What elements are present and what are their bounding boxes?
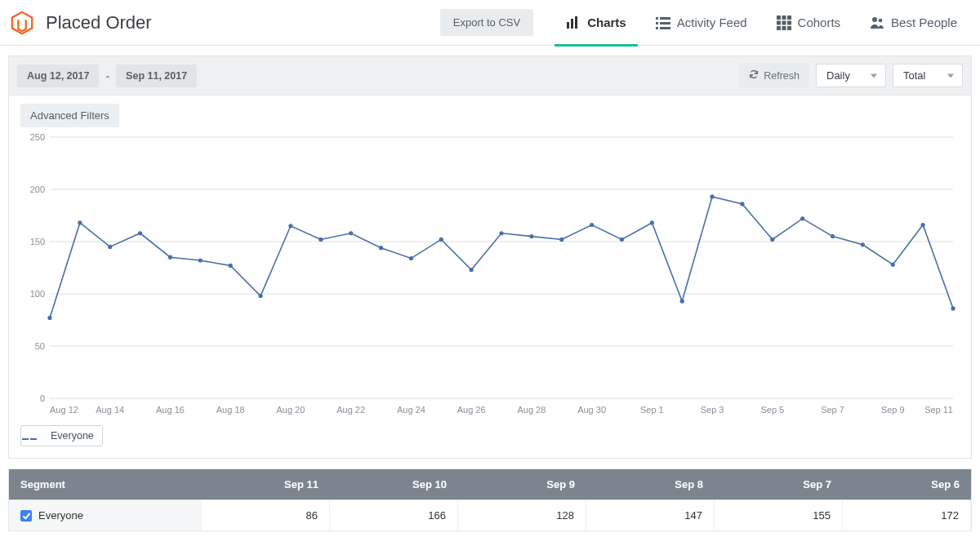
svg-point-52 (138, 231, 142, 235)
svg-text:Aug 20: Aug 20 (276, 405, 305, 415)
svg-rect-5 (660, 17, 670, 20)
export-csv-button[interactable]: Export to CSV (440, 9, 533, 36)
svg-point-57 (288, 224, 292, 228)
svg-text:Sep 9: Sep 9 (881, 405, 905, 415)
tab-label: Activity Feed (677, 16, 747, 29)
svg-rect-15 (787, 20, 791, 24)
svg-point-69 (650, 220, 654, 224)
svg-text:Aug 12: Aug 12 (50, 405, 78, 415)
svg-point-60 (379, 246, 383, 250)
svg-point-53 (168, 255, 172, 260)
refresh-icon (749, 69, 759, 82)
table-row-label[interactable]: Everyone (9, 500, 202, 531)
tab-label: Cohorts (798, 16, 841, 29)
svg-text:Aug 14: Aug 14 (96, 405, 124, 415)
tab-cohorts[interactable]: Cohorts (773, 0, 844, 46)
svg-point-54 (198, 258, 203, 262)
svg-point-76 (861, 242, 865, 246)
segment-checkbox[interactable] (20, 510, 32, 522)
svg-text:Aug 30: Aug 30 (577, 405, 606, 415)
tab-label: Charts (587, 16, 626, 29)
refresh-label: Refresh (764, 70, 800, 82)
svg-rect-11 (782, 16, 786, 20)
metric-select[interactable]: Total (893, 64, 963, 87)
svg-text:Aug 28: Aug 28 (517, 405, 546, 415)
svg-point-63 (470, 268, 474, 272)
svg-point-72 (740, 202, 744, 206)
users-icon (870, 16, 884, 30)
svg-point-79 (951, 306, 955, 310)
svg-text:250: 250 (30, 132, 45, 142)
page-title: Placed Order (46, 12, 152, 33)
svg-rect-13 (777, 20, 781, 24)
table-col-header: Sep 9 (458, 469, 586, 500)
grid-icon (777, 16, 791, 30)
svg-rect-8 (656, 27, 658, 29)
svg-rect-6 (656, 22, 658, 24)
svg-text:Aug 18: Aug 18 (216, 405, 245, 415)
svg-point-20 (879, 18, 883, 22)
svg-point-66 (559, 238, 564, 242)
svg-point-62 (439, 238, 443, 242)
legend-item-everyone[interactable]: Everyone (20, 425, 103, 446)
date-end-picker[interactable]: Sep 11, 2017 (116, 64, 197, 87)
table-col-header: Sep 6 (843, 469, 971, 500)
tab-activity-feed[interactable]: Activity Feed (653, 0, 751, 46)
date-start-picker[interactable]: Aug 12, 2017 (17, 64, 99, 87)
svg-point-59 (349, 231, 353, 235)
svg-text:Sep 11: Sep 11 (924, 405, 953, 415)
svg-point-49 (47, 316, 51, 320)
refresh-button[interactable]: Refresh (739, 64, 809, 87)
svg-rect-4 (656, 17, 658, 20)
tab-charts[interactable]: Charts (563, 0, 630, 46)
svg-text:Sep 5: Sep 5 (760, 405, 784, 415)
table-cell: 86 (202, 500, 330, 531)
svg-point-75 (831, 234, 835, 238)
svg-text:Aug 26: Aug 26 (457, 405, 486, 415)
svg-point-58 (318, 238, 323, 242)
svg-rect-10 (777, 16, 781, 20)
svg-rect-16 (777, 26, 781, 30)
svg-point-65 (529, 234, 533, 238)
segment-header: Segment (9, 469, 202, 500)
svg-text:150: 150 (30, 237, 45, 246)
svg-point-51 (108, 245, 112, 249)
svg-text:Sep 1: Sep 1 (640, 405, 664, 415)
date-range-separator: - (105, 69, 109, 82)
tab-best-people[interactable]: Best People (866, 0, 960, 46)
granularity-select[interactable]: Daily (816, 64, 886, 87)
svg-point-50 (78, 220, 82, 224)
svg-point-68 (620, 238, 624, 242)
svg-text:Aug 16: Aug 16 (156, 405, 185, 415)
svg-point-64 (499, 231, 503, 235)
svg-rect-9 (660, 27, 670, 29)
svg-rect-1 (567, 22, 569, 29)
controls-bar: Aug 12, 2017 - Sep 11, 2017 Refresh Dail… (8, 56, 972, 95)
legend-label: Everyone (51, 430, 94, 442)
svg-text:Sep 7: Sep 7 (821, 405, 844, 415)
svg-text:Aug 22: Aug 22 (336, 405, 365, 415)
svg-rect-12 (787, 16, 791, 20)
advanced-filters-button[interactable]: Advanced Filters (20, 104, 119, 127)
svg-text:200: 200 (30, 184, 45, 194)
svg-point-78 (921, 223, 925, 227)
table-cell: 172 (843, 500, 971, 531)
svg-point-19 (872, 17, 877, 22)
svg-rect-2 (571, 19, 573, 29)
table-col-header: Sep 8 (586, 469, 715, 500)
chart-card: Advanced Filters 050100150200250Aug 12Au… (8, 95, 972, 459)
svg-text:50: 50 (35, 341, 45, 351)
table-cell: 128 (458, 500, 586, 531)
svg-text:Sep 3: Sep 3 (701, 405, 724, 415)
table-cell: 147 (586, 500, 715, 531)
table-col-header: Sep 11 (202, 469, 330, 500)
table-cell: 166 (330, 500, 458, 531)
svg-point-55 (229, 264, 233, 268)
table-col-header: Sep 7 (715, 469, 843, 500)
svg-point-74 (800, 216, 804, 220)
table-col-header: Sep 10 (330, 469, 458, 500)
bar-chart-icon (566, 16, 581, 30)
segment-table: SegmentSep 11Sep 10Sep 9Sep 8Sep 7Sep 6E… (8, 468, 972, 531)
svg-text:100: 100 (30, 289, 45, 299)
segment-name: Everyone (38, 509, 83, 522)
